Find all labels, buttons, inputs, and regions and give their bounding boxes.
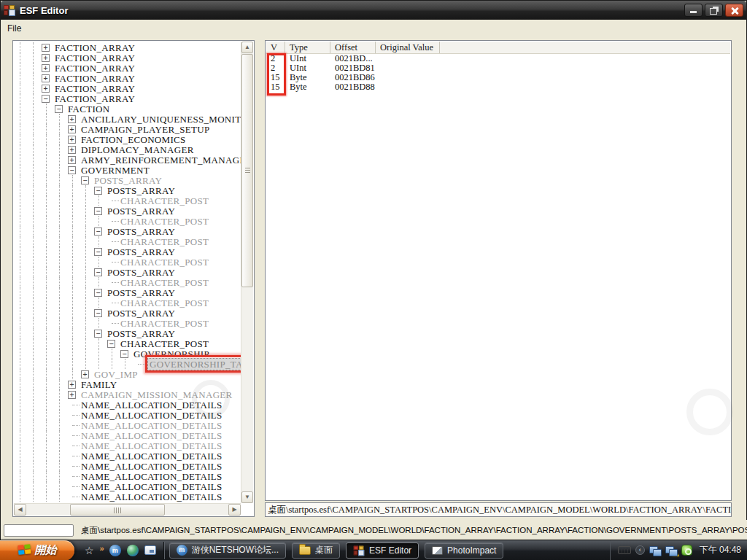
task-button[interactable]: ESF Editor: [346, 542, 419, 559]
tree-item-label[interactable]: NAME_ALLOCATION_DETAILS: [80, 472, 224, 481]
tree-item-label[interactable]: POSTS_ARRAY: [106, 186, 177, 195]
table-row[interactable]: 15Byte0021BD86: [266, 73, 730, 82]
expand-plus-icon[interactable]: +: [40, 52, 53, 63]
tree-item[interactable]: CHARACTER_POST: [14, 298, 241, 308]
expand-plus-icon[interactable]: +: [66, 114, 80, 124]
show-desktop-icon[interactable]: [144, 545, 156, 555]
tree-item-label[interactable]: CHARACTER_POST: [119, 298, 210, 308]
tree-item[interactable]: NAME_ALLOCATION_DETAILS: [14, 461, 241, 471]
collapse-chevron-icon[interactable]: ‹: [635, 545, 645, 555]
collapse-minus-icon[interactable]: −: [80, 175, 93, 185]
collapse-minus-icon[interactable]: −: [93, 206, 106, 216]
tree-item-label[interactable]: FACTION_ARRAY: [53, 63, 136, 73]
collapse-minus-icon[interactable]: −: [93, 287, 106, 298]
tree-item[interactable]: NAME_ALLOCATION_DETAILS: [14, 420, 241, 430]
scroll-up-icon[interactable]: ▲: [241, 42, 253, 53]
expand-plus-icon[interactable]: +: [40, 83, 53, 93]
tree-item[interactable]: NAME_ALLOCATION_DETAILS: [14, 471, 241, 481]
collapse-minus-icon[interactable]: −: [40, 93, 53, 104]
tree-item-label[interactable]: POSTS_ARRAY: [93, 176, 163, 185]
tree-item[interactable]: −POSTS_ARRAY: [14, 226, 241, 236]
tree-item-label[interactable]: NAME_ALLOCATION_DETAILS: [80, 441, 224, 451]
tree-item-label[interactable]: DIPLOMACY_MANAGER: [80, 145, 196, 155]
tree-horizontal-scrollbar[interactable]: ◀ ▶: [14, 503, 241, 516]
tree-item[interactable]: NAME_ALLOCATION_DETAILS: [14, 491, 241, 502]
tree-item[interactable]: +FAMILY: [14, 379, 241, 389]
close-button[interactable]: [725, 4, 743, 17]
expand-plus-icon[interactable]: +: [40, 42, 53, 52]
tree-item-label[interactable]: FACTION_ARRAY: [53, 84, 136, 93]
tree-item[interactable]: −GOVERNMENT: [14, 165, 241, 175]
minimize-button[interactable]: [684, 4, 703, 17]
tree-item[interactable]: +DIPLOMACY_MANAGER: [14, 144, 241, 155]
tree-item[interactable]: −POSTS_ARRAY: [14, 267, 241, 277]
column-header[interactable]: Offset: [330, 42, 376, 53]
scroll-thumb[interactable]: [70, 504, 165, 516]
keyboard-icon[interactable]: [618, 546, 631, 554]
tree-item-label[interactable]: CHARACTER_POST: [119, 319, 210, 328]
tree-item[interactable]: CHARACTER_POST: [14, 236, 241, 246]
tree-item-label[interactable]: CHARACTER_POST: [119, 278, 210, 287]
expand-plus-icon[interactable]: +: [66, 379, 80, 389]
scroll-right-icon[interactable]: ▶: [228, 504, 241, 516]
tree-item[interactable]: −POSTS_ARRAY: [14, 287, 241, 298]
tree-item-label[interactable]: GOV_IMP: [93, 370, 139, 379]
tree-item[interactable]: CHARACTER_POST: [14, 216, 241, 226]
star-icon[interactable]: ☆: [85, 545, 94, 556]
tree-item[interactable]: NAME_ALLOCATION_DETAILS: [14, 451, 241, 461]
collapse-minus-icon[interactable]: −: [106, 338, 119, 349]
task-button[interactable]: PhotoImpact: [425, 542, 503, 559]
network-warning-icon[interactable]: [665, 546, 677, 555]
column-header[interactable]: V: [266, 42, 285, 53]
tree-item-label[interactable]: CAMPAIGN_PLAYER_SETUP: [80, 125, 212, 134]
tree-item[interactable]: NAME_ALLOCATION_DETAILS: [14, 410, 241, 420]
tree-item-label[interactable]: FACTION_ECONOMICS: [80, 135, 187, 144]
menu-item-file[interactable]: File: [1, 22, 27, 35]
table-row[interactable]: 15Byte0021BD88: [266, 82, 730, 92]
tree-item-label[interactable]: POSTS_ARRAY: [106, 268, 177, 277]
tree-item[interactable]: GOVERNORSHIP_TAXES: [14, 359, 241, 369]
tree-item[interactable]: −POSTS_ARRAY: [14, 308, 241, 318]
tree-item[interactable]: −POSTS_ARRAY: [14, 185, 241, 195]
table-row[interactable]: 2UInt0021BD81: [266, 63, 730, 73]
tree-item-label[interactable]: POSTS_ARRAY: [106, 227, 177, 236]
expand-plus-icon[interactable]: +: [66, 124, 80, 134]
tree-item[interactable]: CHARACTER_POST: [14, 257, 241, 267]
tree-item[interactable]: +FACTION_ARRAY: [14, 63, 241, 73]
tree-item[interactable]: −FACTION: [14, 104, 241, 114]
tree-item-label[interactable]: NAME_ALLOCATION_DETAILS: [80, 431, 224, 440]
collapse-minus-icon[interactable]: −: [93, 246, 106, 257]
bottom-input[interactable]: [4, 524, 74, 537]
tree-item[interactable]: +GOV_IMP: [14, 369, 241, 379]
tree-item-label[interactable]: FACTION_ARRAY: [53, 74, 136, 83]
tray-clock[interactable]: 下午 04:48: [697, 544, 741, 556]
tree-item[interactable]: NAME_ALLOCATION_DETAILS: [14, 430, 241, 440]
tree-item-label[interactable]: POSTS_ARRAY: [106, 329, 177, 338]
tree-item-label[interactable]: NAME_ALLOCATION_DETAILS: [80, 451, 224, 461]
tree-item[interactable]: +CAMPAIGN_MISSION_MANAGER: [14, 389, 241, 400]
expand-plus-icon[interactable]: +: [66, 155, 80, 165]
expand-plus-icon[interactable]: +: [40, 73, 53, 83]
tree-item-label[interactable]: CHARACTER_POST: [119, 196, 210, 206]
expand-plus-icon[interactable]: +: [40, 63, 53, 73]
scroll-left-icon[interactable]: ◀: [14, 504, 26, 516]
tree-item-label[interactable]: NAME_ALLOCATION_DETAILS: [80, 462, 224, 471]
tree-item[interactable]: +FACTION_ECONOMICS: [14, 134, 241, 144]
tree-item-label[interactable]: CHARACTER_POST: [119, 237, 210, 246]
tree-item[interactable]: +CAMPAIGN_PLAYER_SETUP: [14, 124, 241, 134]
tree-item[interactable]: +FACTION_ARRAY: [14, 83, 241, 93]
collapse-minus-icon[interactable]: −: [93, 226, 106, 236]
tree-item-label[interactable]: POSTS_ARRAY: [106, 206, 177, 216]
tree-vertical-scrollbar[interactable]: ▲ ▼: [241, 42, 253, 503]
expand-plus-icon[interactable]: +: [66, 134, 80, 144]
tree-item-label[interactable]: GOVERNORSHIP_TAXES: [147, 358, 241, 370]
tree-item-label[interactable]: CAMPAIGN_MISSION_MANAGER: [80, 390, 234, 400]
tree-item-label[interactable]: FAMILY: [80, 380, 118, 389]
tree-item-label[interactable]: NAME_ALLOCATION_DETAILS: [80, 482, 224, 491]
tree-item-label[interactable]: ANCILLARY_UNIQUENESS_MONITOR: [80, 114, 241, 124]
tree-item[interactable]: −POSTS_ARRAY: [14, 328, 241, 338]
tree-item-label[interactable]: FACTION_ARRAY: [53, 53, 136, 63]
restore-button[interactable]: [705, 4, 723, 17]
tree-item-label[interactable]: NAME_ALLOCATION_DETAILS: [80, 421, 224, 430]
globe-icon[interactable]: [127, 545, 139, 556]
